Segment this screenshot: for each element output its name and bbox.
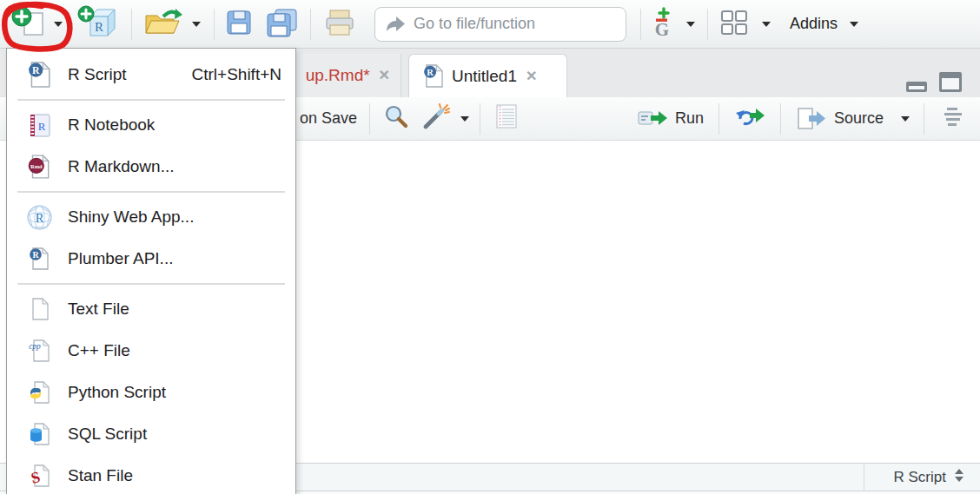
addins-dropdown-arrow[interactable]	[850, 22, 858, 27]
stan-file-icon: S	[24, 464, 54, 488]
new-file-menu: R R Script Ctrl+Shift+N R	[6, 48, 296, 494]
python-file-icon	[24, 380, 54, 405]
run-label: Run	[675, 109, 704, 128]
toolbar-separator	[369, 103, 370, 135]
rerun-icon	[734, 105, 765, 132]
plumber-api-icon: R	[24, 247, 54, 271]
goto-arrow-icon	[384, 14, 407, 35]
tab-label: Untitled1	[452, 67, 517, 86]
menu-item-stan-file[interactable]: S Stan File	[7, 455, 295, 494]
outline-icon	[940, 106, 966, 131]
find-replace-button[interactable]	[381, 100, 412, 138]
source-icon	[796, 107, 827, 131]
toolbar-separator	[214, 9, 215, 40]
toolbar-separator	[310, 9, 311, 40]
save-icon	[225, 9, 253, 40]
menu-item-plumber-api[interactable]: R Plumber API...	[7, 238, 295, 280]
maximize-icon[interactable]	[938, 71, 963, 96]
goto-file-search[interactable]	[374, 7, 626, 42]
menu-item-python-script[interactable]: Python Script	[7, 372, 295, 413]
new-file-button[interactable]	[9, 4, 49, 44]
print-button[interactable]	[321, 4, 359, 44]
open-folder-icon	[142, 6, 182, 43]
panes-dropdown-arrow[interactable]	[762, 22, 771, 27]
svg-text:G: G	[655, 19, 669, 38]
updown-arrows-icon	[954, 468, 964, 486]
new-project-button[interactable]: R	[75, 4, 118, 44]
rerun-button[interactable]	[731, 100, 769, 138]
svg-text:R: R	[35, 211, 43, 225]
menu-item-r-markdown[interactable]: Rmd R Markdown...	[7, 146, 295, 188]
pane-window-controls	[905, 71, 963, 96]
panes-grid-icon	[719, 9, 749, 40]
open-file-dropdown-arrow[interactable]	[192, 22, 201, 27]
source-dropdown-arrow[interactable]	[901, 116, 910, 122]
toolbar-separator	[707, 9, 708, 40]
save-all-icon	[265, 8, 298, 41]
svg-text:R: R	[32, 65, 40, 76]
menu-separator	[17, 191, 285, 193]
tab-untitled1[interactable]: R Untitled1	[408, 54, 567, 97]
toolbar-separator	[780, 103, 781, 135]
close-icon[interactable]	[526, 69, 537, 83]
version-control-button[interactable]: G	[650, 4, 678, 44]
workspace-panes-button[interactable]	[717, 4, 752, 44]
run-icon	[637, 108, 669, 130]
open-file-button[interactable]	[140, 4, 185, 44]
text-file-icon	[24, 297, 54, 321]
menu-separator	[17, 283, 285, 285]
rstudio-window: R	[0, 0, 980, 494]
menu-item-r-notebook[interactable]: R R Notebook	[7, 104, 295, 146]
toolbar-separator	[718, 103, 719, 135]
close-icon[interactable]	[379, 69, 390, 82]
file-type-label: R Script	[894, 469, 946, 486]
menu-item-sql-script[interactable]: SQL Script	[7, 413, 295, 455]
main-toolbar: R	[0, 0, 980, 49]
version-control-dropdown-arrow[interactable]	[686, 22, 695, 27]
svg-text:cpp: cpp	[29, 342, 41, 351]
svg-text:R: R	[37, 119, 45, 132]
code-tools-button[interactable]	[419, 100, 454, 138]
document-outline-button[interactable]	[937, 100, 970, 138]
svg-text:R: R	[32, 250, 39, 260]
source-button[interactable]: Source	[792, 100, 887, 138]
new-document-icon	[11, 5, 46, 43]
notebook-icon	[494, 103, 519, 134]
code-tools-dropdown-arrow[interactable]	[460, 116, 469, 122]
toolbar-separator	[480, 103, 480, 135]
r-script-file-icon: R	[423, 64, 443, 88]
run-button[interactable]: Run	[633, 100, 707, 138]
addins-button[interactable]: Addins	[790, 15, 838, 33]
git-diff-icon: G	[652, 7, 675, 42]
new-project-icon: R	[77, 5, 116, 43]
r-markdown-icon: Rmd	[24, 154, 54, 180]
save-button[interactable]	[222, 4, 255, 44]
magic-wand-icon	[422, 103, 450, 134]
toolbar-separator	[131, 9, 132, 40]
compile-report-button[interactable]	[491, 100, 522, 138]
goto-file-input[interactable]	[414, 15, 626, 33]
toolbar-separator	[640, 9, 641, 40]
r-script-file-icon: R	[24, 62, 54, 88]
menu-separator	[17, 99, 285, 101]
sql-file-icon	[24, 422, 54, 446]
print-icon	[323, 8, 356, 41]
search-icon	[384, 104, 408, 133]
new-file-dropdown-arrow[interactable]	[54, 22, 63, 27]
tab-label: up.Rmd*	[306, 66, 370, 85]
minimize-icon[interactable]	[905, 74, 928, 96]
shiny-app-icon: R	[24, 204, 54, 231]
menu-shortcut: Ctrl+Shift+N	[192, 65, 281, 84]
menu-item-r-script[interactable]: R R Script Ctrl+Shift+N	[7, 54, 295, 96]
svg-text:R: R	[427, 68, 434, 77]
menu-item-cpp-file[interactable]: cpp C++ File	[7, 330, 295, 372]
menu-item-shiny-web-app[interactable]: R Shiny Web App...	[7, 196, 295, 238]
file-type-selector[interactable]: R Script	[864, 464, 980, 491]
toolbar-separator	[924, 103, 924, 135]
save-all-button[interactable]	[262, 4, 301, 44]
source-label: Source	[834, 109, 884, 128]
menu-item-text-file[interactable]: Text File	[7, 288, 295, 330]
cpp-file-icon: cpp	[24, 339, 54, 363]
r-notebook-icon: R	[24, 113, 54, 138]
source-on-save-label[interactable]: on Save	[300, 109, 357, 128]
